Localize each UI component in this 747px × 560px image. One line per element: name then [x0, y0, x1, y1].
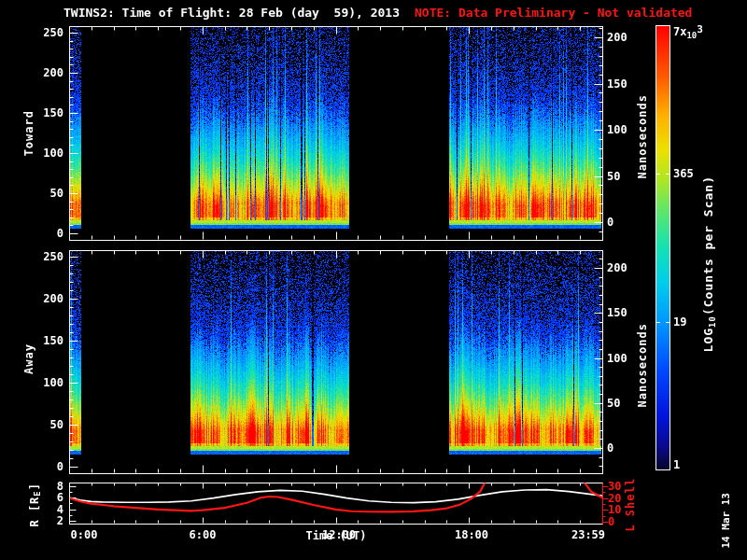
r-axis-label-sub: E — [33, 490, 42, 496]
colorbar-label-prefix: LOG — [701, 328, 715, 352]
lshell-axis-label: L Shell — [624, 478, 637, 532]
r-axis-label: R [RE] — [28, 483, 42, 527]
title-bar: TWINS2: Time of Flight: 28 Feb (day 59),… — [63, 6, 692, 20]
away-axis-label: Away — [22, 343, 35, 374]
r-axis-label-suffix: ] — [28, 483, 41, 490]
preliminary-note: NOTE: Data Preliminary - Not validated — [415, 6, 692, 20]
x-axis-title: Time (UT) — [289, 530, 383, 542]
toward-axis-label: Toward — [22, 110, 35, 156]
tof-figure: TWINS2: Time of Flight: 28 Feb (day 59),… — [0, 0, 747, 560]
colorbar-max-label: 7x103 — [673, 23, 703, 42]
colorbar-axis-label: LOG10(Counts per Scan) — [701, 175, 717, 352]
plot-title: TWINS2: Time of Flight: 28 Feb (day 59),… — [63, 6, 400, 20]
r-axis-label-prefix: R [R — [28, 497, 41, 527]
date-stamp: 14 Mar 13 — [720, 493, 732, 549]
colorbar-max-coef: 7x — [673, 25, 686, 38]
colorbar-label-sub: 10 — [708, 315, 717, 328]
colorbar-label-suffix: (Counts per Scan) — [701, 175, 715, 315]
spectrogram-canvas — [0, 0, 747, 560]
nanoseconds-axis-label-away: Nanoseconds — [636, 323, 649, 407]
colorbar-max-base: 10 — [686, 31, 697, 40]
colorbar-max-exp: 3 — [697, 23, 703, 35]
nanoseconds-axis-label-toward: Nanoseconds — [636, 94, 649, 178]
